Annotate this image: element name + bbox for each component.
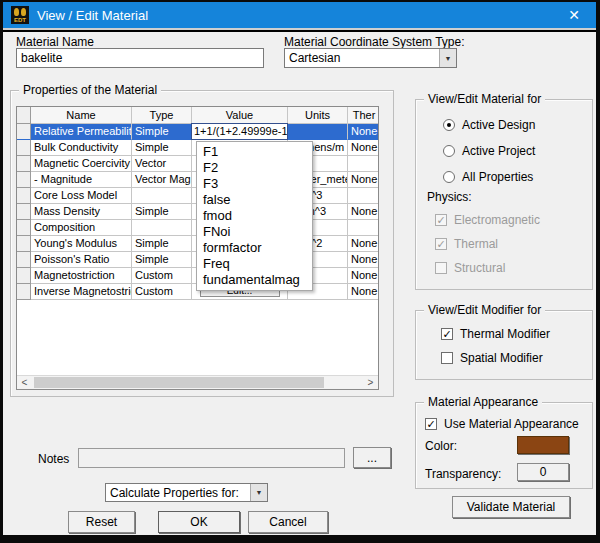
cell-type[interactable]: Vector: [132, 156, 192, 172]
color-swatch-button[interactable]: [517, 436, 569, 454]
row-selector[interactable]: [17, 220, 31, 236]
checkbox-icon: ✓: [435, 214, 447, 226]
cell-thermal[interactable]: None: [348, 252, 379, 268]
checkbox-structural: Structural: [435, 261, 505, 275]
radio-icon: [443, 145, 455, 157]
row-selector[interactable]: [17, 236, 31, 252]
close-icon[interactable]: ✕: [560, 7, 588, 23]
material-appearance-title: Material Appearance: [424, 395, 542, 409]
radio-all-properties[interactable]: All Properties: [443, 170, 533, 184]
cell-name[interactable]: Poisson's Ratio: [31, 252, 132, 268]
cell-name[interactable]: Magnetostriction: [31, 268, 132, 284]
chevron-down-icon[interactable]: ▼: [439, 49, 456, 67]
cell-units[interactable]: [288, 124, 348, 140]
cell-type[interactable]: Simple: [132, 124, 192, 140]
cell-thermal[interactable]: None: [348, 140, 379, 156]
cell-name[interactable]: Inverse Magnetostriction: [31, 284, 132, 300]
cell-thermal[interactable]: [348, 220, 379, 236]
cell-type[interactable]: Simple: [132, 140, 192, 156]
scrollbar-thumb[interactable]: [34, 377, 324, 388]
cell-thermal[interactable]: [348, 156, 379, 172]
notes-more-button[interactable]: ...: [353, 447, 391, 468]
header-selector: [17, 107, 31, 124]
material-name-input[interactable]: bakelite: [16, 48, 264, 68]
popup-item[interactable]: false: [197, 192, 312, 208]
radio-active-project[interactable]: Active Project: [443, 144, 535, 158]
cell-thermal[interactable]: None: [348, 124, 379, 140]
row-selector[interactable]: [17, 156, 31, 172]
cell-type[interactable]: [132, 220, 192, 236]
cell-thermal[interactable]: None: [348, 236, 379, 252]
row-selector[interactable]: [17, 252, 31, 268]
radio-active-design[interactable]: Active Design: [443, 118, 535, 132]
cell-type[interactable]: [132, 188, 192, 204]
chevron-down-icon[interactable]: ▼: [250, 484, 267, 501]
header-value: Value: [192, 107, 288, 124]
row-selector[interactable]: [17, 188, 31, 204]
checkbox-label: Electromagnetic: [454, 213, 540, 227]
transparency-button[interactable]: 0: [517, 463, 569, 481]
header-thermal: Ther: [348, 107, 379, 124]
cancel-button[interactable]: Cancel: [248, 511, 328, 533]
row-selector[interactable]: [17, 124, 31, 140]
cell-thermal[interactable]: None: [348, 268, 379, 284]
coord-system-value: Cartesian: [285, 49, 439, 67]
physics-label: Physics:: [427, 190, 472, 204]
popup-item[interactable]: Freq: [197, 256, 312, 272]
cell-name[interactable]: Mass Density: [31, 204, 132, 220]
cell-type[interactable]: Custom: [132, 284, 192, 300]
row-selector[interactable]: [17, 284, 31, 300]
cell-name[interactable]: Magnetic Coercivity: [31, 156, 132, 172]
cell-thermal[interactable]: [348, 188, 379, 204]
cell-name[interactable]: Core Loss Model: [31, 188, 132, 204]
cell-type[interactable]: Custom: [132, 268, 192, 284]
popup-item[interactable]: FNoi: [197, 224, 312, 240]
cell-type[interactable]: Simple: [132, 204, 192, 220]
cell-name[interactable]: - Magnitude: [31, 172, 132, 188]
cell-type[interactable]: Vector Mag: [132, 172, 192, 188]
popup-item[interactable]: fmod: [197, 208, 312, 224]
popup-item[interactable]: F3: [197, 176, 312, 192]
row-selector[interactable]: [17, 268, 31, 284]
coord-system-select[interactable]: Cartesian ▼: [284, 48, 457, 68]
checkbox-icon: [441, 352, 453, 364]
cell-thermal[interactable]: None: [348, 284, 379, 300]
cell-thermal[interactable]: None: [348, 172, 379, 188]
cell-type[interactable]: Simple: [132, 252, 192, 268]
reset-button[interactable]: Reset: [68, 511, 135, 533]
ok-button[interactable]: OK: [158, 511, 240, 533]
popup-item[interactable]: F2: [197, 160, 312, 176]
calculate-properties-select[interactable]: Calculate Properties for: ▼: [105, 483, 268, 502]
coord-system-label: Material Coordinate System Type:: [284, 35, 465, 49]
popup-item[interactable]: fundamentalmag: [197, 272, 312, 288]
notes-label: Notes: [38, 452, 69, 466]
view-edit-modifier-title: View/Edit Modifier for: [424, 303, 545, 317]
cell-name[interactable]: Composition: [31, 220, 132, 236]
checkbox-electromagnetic: ✓ Electromagnetic: [435, 213, 540, 227]
cell-name[interactable]: Young's Modulus: [31, 236, 132, 252]
notes-input[interactable]: [78, 448, 345, 468]
dialog-body: Material Name bakelite Material Coordina…: [3, 32, 596, 535]
scroll-right-icon[interactable]: >: [363, 376, 378, 389]
popup-item[interactable]: F1: [197, 144, 312, 160]
cell-name[interactable]: Bulk Conductivity: [31, 140, 132, 156]
checkbox-use-material-appearance[interactable]: ✓ Use Material Appearance: [425, 417, 579, 431]
cell-type[interactable]: Simple: [132, 236, 192, 252]
checkbox-spatial-modifier[interactable]: Spatial Modifier: [441, 351, 543, 365]
row-selector[interactable]: [17, 140, 31, 156]
table-header-row: Name Type Value Units Ther: [17, 107, 378, 124]
checkbox-label: Structural: [454, 261, 505, 275]
value-edit-input[interactable]: 1+1/(1+2.49999e-13*F: [191, 123, 288, 140]
cell-name[interactable]: Relative Permeability: [31, 124, 132, 140]
scrollbar-track[interactable]: [32, 376, 363, 389]
checkbox-label: Thermal Modifier: [460, 327, 550, 341]
cell-thermal[interactable]: None: [348, 204, 379, 220]
calculate-properties-value: Calculate Properties for:: [106, 484, 250, 501]
validate-material-button[interactable]: Validate Material: [452, 496, 570, 518]
horizontal-scrollbar[interactable]: < >: [17, 375, 378, 389]
popup-item[interactable]: formfactor: [197, 240, 312, 256]
scroll-left-icon[interactable]: <: [17, 376, 32, 389]
row-selector[interactable]: [17, 204, 31, 220]
row-selector[interactable]: [17, 172, 31, 188]
checkbox-thermal-modifier[interactable]: ✓ Thermal Modifier: [441, 327, 550, 341]
